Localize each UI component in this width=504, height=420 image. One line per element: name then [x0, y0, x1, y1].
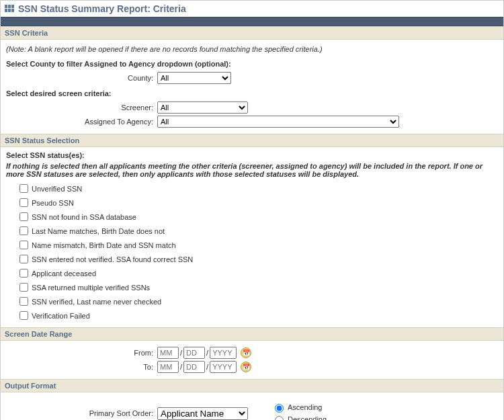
- ssn-status-option: Pseudo SSN: [17, 196, 498, 209]
- screener-label: Screener:: [6, 103, 157, 112]
- date-sep: /: [206, 349, 208, 357]
- ssn-status-checkbox[interactable]: [19, 297, 28, 306]
- primary-asc-radio[interactable]: [275, 404, 284, 413]
- ssn-status-label: Name mismatch, Birth Date and SSN match: [32, 241, 176, 249]
- report-criteria-panel: SSN Status Summary Report: Criteria SSN …: [0, 0, 504, 420]
- ssn-status-option: Verification Failed: [17, 309, 498, 322]
- svg-rect-3: [5, 9, 7, 12]
- ssn-status-label: SSN not found in SSA database: [32, 213, 136, 221]
- ssn-status-checkbox[interactable]: [19, 212, 28, 221]
- ssn-status-label: Last Name matches, Birth Date does not: [32, 227, 165, 235]
- date-sep: /: [180, 363, 182, 371]
- screener-row: Screener: All: [6, 101, 498, 114]
- ssn-status-label: SSA returned multiple verified SSNs: [32, 284, 150, 292]
- screener-select[interactable]: All: [157, 101, 248, 114]
- ssn-status-hint: If nothing is selected then all applican…: [6, 162, 498, 178]
- section-header-ssn-status: SSN Status Selection: [1, 134, 503, 147]
- ssn-status-checkbox[interactable]: [19, 283, 28, 292]
- blank-report-note: (Note: A blank report will be opened if …: [6, 45, 498, 53]
- date-to-label: To:: [6, 363, 157, 371]
- section-header-date-range: Screen Date Range: [1, 327, 503, 341]
- assigned-agency-select[interactable]: All: [157, 116, 399, 128]
- ssn-status-option: Last Name matches, Birth Date does not: [17, 224, 498, 237]
- ssn-status-option: Applicant deceased: [17, 267, 498, 280]
- primary-sort-label: Primary Sort Order:: [6, 409, 157, 417]
- date-to-row: To: / / 📅: [6, 361, 498, 373]
- section-body-ssn-criteria: (Note: A blank report will be opened if …: [1, 40, 503, 134]
- ssn-status-option: SSN entered not verified. SSA found corr…: [17, 253, 498, 265]
- to-day-input[interactable]: [183, 361, 205, 373]
- section-body-ssn-status: Select SSN status(es): If nothing is sel…: [1, 147, 503, 327]
- to-year-input[interactable]: [210, 361, 237, 373]
- svg-rect-4: [8, 9, 11, 12]
- calendar-icon[interactable]: 📅: [241, 347, 251, 358]
- county-select[interactable]: All: [157, 72, 231, 84]
- ssn-status-checkbox[interactable]: [19, 255, 28, 263]
- output-grid: Primary Sort Order: Applicant Name Ascen…: [6, 396, 498, 420]
- ssn-status-checkbox[interactable]: [19, 311, 28, 320]
- ssn-status-option: SSA returned multiple verified SSNs: [17, 281, 498, 294]
- date-sep: /: [206, 363, 208, 371]
- to-month-input[interactable]: [157, 361, 179, 373]
- ssn-status-checkbox-list: Unverified SSNPseudo SSNSSN not found in…: [6, 182, 498, 322]
- screen-criteria-heading: Select desired screen criteria:: [6, 89, 498, 97]
- page-title: SSN Status Summary Report: Criteria: [18, 3, 186, 14]
- svg-rect-0: [5, 5, 7, 8]
- assigned-agency-row: Assigned To Agency: All: [6, 116, 498, 128]
- county-filter-heading: Select County to filter Assigned to Agen…: [6, 60, 498, 68]
- primary-desc-option[interactable]: Descending: [271, 414, 406, 420]
- ssn-status-option: Name mismatch, Birth Date and SSN match: [17, 239, 498, 251]
- ssn-status-label: Pseudo SSN: [32, 199, 74, 207]
- from-day-input[interactable]: [183, 347, 205, 359]
- date-from-row: From: / / 📅: [6, 347, 498, 359]
- primary-asc-option[interactable]: Ascending: [271, 402, 406, 413]
- date-from-label: From:: [6, 349, 157, 357]
- ssn-status-checkbox[interactable]: [19, 198, 28, 207]
- section-body-date-range: From: / / 📅 To: / / 📅: [1, 341, 503, 379]
- ssn-status-label: Applicant deceased: [32, 269, 96, 278]
- ssn-status-option: SSN not found in SSA database: [17, 210, 498, 223]
- ssn-status-checkbox[interactable]: [19, 226, 28, 235]
- ssn-status-option: SSN verified, Last name never checked: [17, 295, 498, 308]
- ssn-status-checkbox[interactable]: [19, 269, 28, 278]
- assigned-agency-label: Assigned To Agency:: [6, 118, 157, 126]
- county-row: County: All: [6, 72, 498, 84]
- ssn-status-option: Unverified SSN: [17, 182, 498, 195]
- header-divider-bar: [1, 17, 503, 26]
- ssn-status-checkbox[interactable]: [19, 184, 28, 193]
- primary-sort-direction: Ascending Descending: [271, 401, 406, 420]
- svg-rect-2: [11, 5, 14, 8]
- select-ssn-status-label: Select SSN status(es):: [6, 151, 85, 159]
- svg-rect-1: [8, 5, 11, 8]
- ssn-status-label: Unverified SSN: [32, 185, 82, 193]
- from-month-input[interactable]: [157, 347, 179, 359]
- report-icon: [5, 5, 15, 13]
- date-sep: /: [180, 349, 182, 357]
- section-body-output: Primary Sort Order: Applicant Name Ascen…: [1, 392, 503, 420]
- ssn-status-label: Verification Failed: [32, 312, 90, 320]
- svg-rect-5: [11, 9, 14, 12]
- primary-desc-radio[interactable]: [275, 416, 284, 420]
- ssn-status-label: SSN verified, Last name never checked: [32, 298, 161, 306]
- primary-sort-select[interactable]: Applicant Name: [157, 407, 248, 420]
- ssn-status-checkbox[interactable]: [19, 241, 28, 249]
- county-label: County:: [6, 74, 157, 82]
- title-bar: SSN Status Summary Report: Criteria: [1, 1, 503, 17]
- section-header-output: Output Format: [1, 379, 503, 392]
- from-year-input[interactable]: [210, 347, 237, 359]
- calendar-icon[interactable]: 📅: [241, 362, 251, 372]
- ssn-status-label: SSN entered not verified. SSA found corr…: [32, 255, 193, 263]
- section-header-ssn-criteria: SSN Criteria: [1, 26, 503, 40]
